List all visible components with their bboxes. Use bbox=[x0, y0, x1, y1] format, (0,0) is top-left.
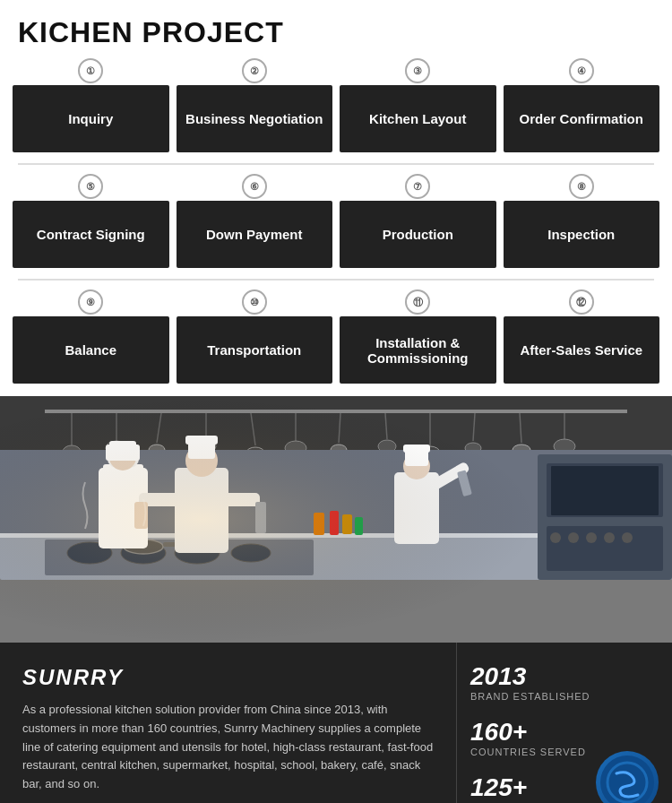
step-box-12: After-Sales Service bbox=[504, 316, 660, 384]
step-badge-4: ④ bbox=[569, 58, 594, 83]
step-box-7: Production bbox=[340, 201, 496, 268]
step-box-5: Contract Signing bbox=[13, 201, 169, 268]
step-box-6: Down Payment bbox=[177, 201, 333, 268]
step-badge-9: ⑨ bbox=[78, 289, 103, 315]
step-box-11: Installation & Commissioning bbox=[340, 316, 496, 384]
logo-area: SUNRRY bbox=[596, 751, 659, 803]
step-box-8: Inspection bbox=[504, 201, 660, 268]
step-box-3: Kitchen Layout bbox=[340, 85, 496, 152]
step-box-10: Transportation bbox=[177, 316, 333, 384]
step-box-4: Order Confirmation bbox=[504, 85, 660, 152]
step-cell-4: ④ Order Confirmation bbox=[504, 58, 660, 152]
step-cell-5: ⑤ Contract Signing bbox=[13, 174, 169, 268]
logo-circle bbox=[596, 751, 659, 803]
step-box-1: Inquiry bbox=[13, 85, 169, 152]
steps-row-2: ⑤ Contract Signing ⑥ Down Payment ⑦ Prod… bbox=[9, 174, 663, 268]
info-left: SUNRRY As a professional kitchen solutio… bbox=[0, 643, 457, 803]
kitchen-image bbox=[0, 396, 672, 643]
step-cell-2: ② Business Negotiation bbox=[177, 58, 333, 152]
step-badge-1: ① bbox=[78, 58, 103, 83]
step-cell-9: ⑨ Balance bbox=[13, 289, 169, 384]
step-badge-7: ⑦ bbox=[405, 174, 430, 199]
step-badge-8: ⑧ bbox=[569, 174, 594, 199]
step-badge-2: ② bbox=[242, 58, 267, 83]
step-cell-11: ⑪ Installation & Commissioning bbox=[340, 289, 496, 384]
divider-1 bbox=[18, 156, 654, 165]
steps-section: ① Inquiry ② Business Negotiation ③ Kitch… bbox=[0, 58, 672, 396]
info-description: As a professional kitchen solution provi… bbox=[22, 701, 438, 794]
stat-year-label: BRAND ESTABLISHED bbox=[470, 691, 659, 702]
stat-countries-number: 160+ bbox=[470, 718, 659, 747]
step-badge-3: ③ bbox=[405, 58, 430, 83]
stat-year-number: 2013 bbox=[470, 662, 659, 691]
kitchen-scene-svg bbox=[0, 396, 672, 643]
step-badge-11: ⑪ bbox=[405, 289, 430, 315]
steps-row-1: ① Inquiry ② Business Negotiation ③ Kitch… bbox=[9, 58, 663, 152]
step-cell-7: ⑦ Production bbox=[340, 174, 496, 268]
step-cell-10: ⑩ Transportation bbox=[177, 289, 333, 384]
divider-2 bbox=[18, 272, 654, 281]
brand-name: SUNRRY bbox=[22, 665, 438, 690]
step-cell-12: ⑫ After-Sales Service bbox=[504, 289, 660, 384]
step-cell-1: ① Inquiry bbox=[13, 58, 169, 152]
sunrry-logo-svg bbox=[599, 754, 657, 804]
step-badge-10: ⑩ bbox=[242, 289, 267, 315]
svg-rect-71 bbox=[0, 396, 672, 643]
info-section: SUNRRY As a professional kitchen solutio… bbox=[0, 643, 672, 803]
step-box-9: Balance bbox=[13, 316, 169, 384]
step-box-2: Business Negotiation bbox=[177, 85, 333, 152]
stat-year: 2013 BRAND ESTABLISHED bbox=[470, 662, 659, 702]
step-cell-3: ③ Kitchen Layout bbox=[340, 58, 496, 152]
step-cell-6: ⑥ Down Payment bbox=[177, 174, 333, 268]
steps-row-3: ⑨ Balance ⑩ Transportation ⑪ Installatio… bbox=[9, 289, 663, 384]
page-title: KICHEN PROJECT bbox=[18, 16, 654, 49]
step-cell-8: ⑧ Inspection bbox=[504, 174, 660, 268]
step-badge-12: ⑫ bbox=[569, 289, 594, 315]
info-right: 2013 BRAND ESTABLISHED 160+ COUNTRIES SE… bbox=[457, 643, 672, 803]
header: KICHEN PROJECT bbox=[0, 0, 672, 58]
step-badge-5: ⑤ bbox=[78, 174, 103, 199]
step-badge-6: ⑥ bbox=[242, 174, 267, 199]
